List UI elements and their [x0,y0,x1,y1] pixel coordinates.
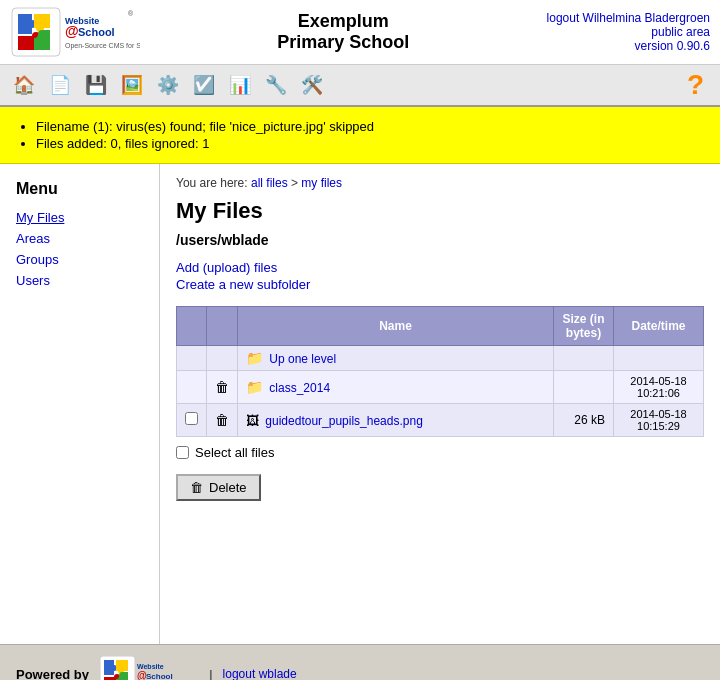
file-guidedtour-icon: 🖼 [246,413,259,428]
col-date-header: Date/time [614,307,704,346]
select-all-checkbox[interactable] [176,446,189,459]
warning-item-1: Filename (1): virus(es) found; file 'nic… [36,119,704,134]
user-info: logout Wilhelmina Bladergroen public are… [547,11,710,53]
breadcrumb-separator: > [288,176,302,190]
action-links: Add (upload) files Create a new subfolde… [176,260,704,292]
folder-class2014-icon: 📁 [246,379,263,395]
svg-text:Open-Source CMS for Schools: Open-Source CMS for Schools [65,42,140,50]
row-up-name-cell: 📁 Up one level [238,346,554,371]
row-class2014-date-cell: 2014-05-1810:21:06 [614,371,704,404]
row-guidedtour-checkbox[interactable] [185,412,198,425]
svg-text:Website: Website [137,663,164,670]
save-icon [85,74,107,96]
breadcrumb-myfiles[interactable]: my files [301,176,342,190]
col-delete-header [207,307,238,346]
delete-button-label: Delete [209,480,247,495]
logout-link[interactable]: logout Wilhelmina Bladergroen [547,11,710,25]
main-area: Menu My Files Areas Groups Users You are… [0,164,720,644]
school-name-line1: Exemplum [140,11,547,32]
row-class2014-link[interactable]: class_2014 [269,381,330,395]
check-icon [193,74,215,96]
home-button[interactable] [8,69,40,101]
table-row-up: 📁 Up one level [177,346,704,371]
content-area: You are here: all files > my files My Fi… [160,164,720,644]
sidebar-item-groups[interactable]: Groups [16,252,143,267]
footer-divider: | [209,667,213,681]
page-title: My Files [176,198,704,224]
delete-section: 🗑 Delete [176,474,704,501]
sidebar: Menu My Files Areas Groups Users [0,164,160,644]
svg-text:School: School [78,26,115,38]
row-guidedtour-name-cell: 🖼 guidedtour_pupils_heads.png [238,404,554,437]
row-guidedtour-link[interactable]: guidedtour_pupils_heads.png [265,414,422,428]
gear-button[interactable] [152,69,184,101]
row-guidedtour-size-cell: 26 kB [554,404,614,437]
row-up-size-cell [554,346,614,371]
row-guidedtour-delete-icon[interactable]: 🗑 [215,412,229,428]
delete-button[interactable]: 🗑 Delete [176,474,261,501]
check-button[interactable] [188,69,220,101]
upload-files-link[interactable]: Add (upload) files [176,260,704,275]
row-class2014-delete-cell[interactable]: 🗑 [207,371,238,404]
row-guidedtour-checkbox-cell[interactable] [177,404,207,437]
chart-icon [229,74,251,96]
col-size-header: Size (in bytes) [554,307,614,346]
row-up-delete-cell [207,346,238,371]
select-all-label: Select all files [195,445,274,460]
powered-by-text: Powered by [16,667,89,681]
row-class2014-name-cell: 📁 class_2014 [238,371,554,404]
school-name: Exemplum Primary School [140,11,547,53]
version-text: version 0.90.6 [635,39,710,53]
table-row-class2014: 🗑 📁 class_2014 2014-05-1810:21:06 [177,371,704,404]
breadcrumb-allfiles[interactable]: all files [251,176,288,190]
row-class2014-delete-icon[interactable]: 🗑 [215,379,229,395]
image-button[interactable] [116,69,148,101]
row-up-date-cell [614,346,704,371]
row-guidedtour-date-cell: 2014-05-1810:15:29 [614,404,704,437]
gear-icon [157,74,179,96]
logo-image: Website @ School Open-Source CMS for Sch… [10,6,140,58]
help-button[interactable]: ? [687,69,704,101]
sidebar-item-myfiles[interactable]: My Files [16,210,143,225]
save-button[interactable] [80,69,112,101]
col-name-header: Name [238,307,554,346]
sidebar-item-users[interactable]: Users [16,273,143,288]
row-class2014-size-cell [554,371,614,404]
school-name-line2: Primary School [140,32,547,53]
menu-heading: Menu [16,180,143,198]
folder-up-icon: 📁 [246,350,263,366]
warning-item-2: Files added: 0, files ignored: 1 [36,136,704,151]
toolbar: ? [0,65,720,107]
table-row-guidedtour: 🗑 🖼 guidedtour_pupils_heads.png 26 kB 20… [177,404,704,437]
select-all-row: Select all files [176,445,704,460]
breadcrumb-prefix: You are here: [176,176,248,190]
chart-button[interactable] [224,69,256,101]
image-icon [121,74,143,96]
delete-button-icon: 🗑 [190,480,203,495]
footer-logo: Website @ School Open-Source CMS [99,655,199,680]
sidebar-item-areas[interactable]: Areas [16,231,143,246]
file-table: Name Size (in bytes) Date/time 📁 Up one … [176,306,704,437]
area-text: public area [651,25,710,39]
page-button[interactable] [44,69,76,101]
footer: Powered by Website @ School Open-Source … [0,644,720,680]
breadcrumb: You are here: all files > my files [176,176,704,190]
svg-text:@: @ [65,23,79,39]
wrench-icon [301,74,323,96]
tools-icon [265,74,287,96]
create-subfolder-link[interactable]: Create a new subfolder [176,277,704,292]
header: Website @ School Open-Source CMS for Sch… [0,0,720,65]
path-display: /users/wblade [176,232,704,248]
row-up-link[interactable]: Up one level [269,352,336,366]
row-class2014-checkbox-cell [177,371,207,404]
svg-text:School: School [146,672,173,680]
logo-container: Website @ School Open-Source CMS for Sch… [10,6,140,58]
col-checkbox-header [177,307,207,346]
tools-button[interactable] [260,69,292,101]
wrench-button[interactable] [296,69,328,101]
row-guidedtour-delete-cell[interactable]: 🗑 [207,404,238,437]
footer-logout-link[interactable]: logout wblade [223,667,297,680]
home-icon [13,74,35,96]
svg-text:®: ® [128,10,134,17]
page-icon [49,74,71,96]
